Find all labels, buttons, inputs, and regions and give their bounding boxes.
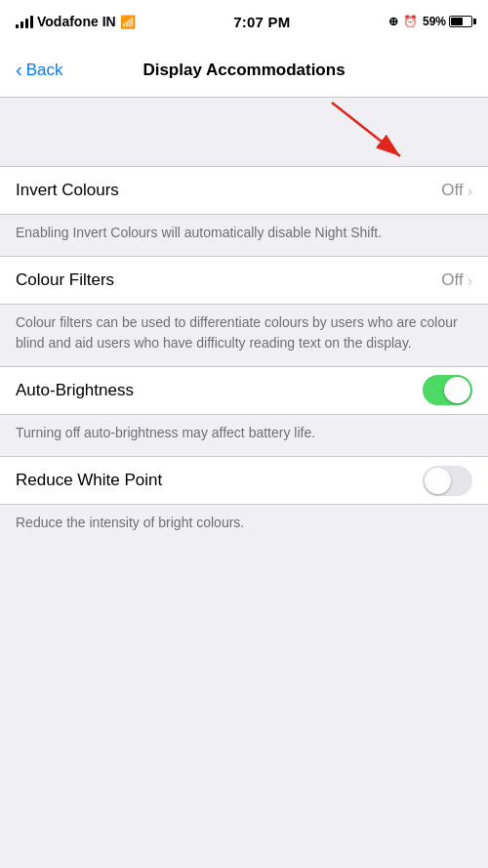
reduce-white-point-toggle-thumb — [425, 468, 451, 494]
reduce-white-point-description: Reduce the intensity of bright colours. — [0, 505, 488, 546]
auto-brightness-label: Auto-Brightness — [16, 381, 134, 400]
invert-colours-chevron-icon: › — [468, 183, 472, 200]
auto-brightness-toggle[interactable] — [423, 375, 472, 405]
back-label: Back — [26, 61, 63, 80]
invert-colours-row[interactable]: Invert Colours Off › — [0, 166, 488, 215]
time-label: 7:07 PM — [233, 14, 290, 30]
signal-bars-icon — [16, 15, 33, 28]
carrier-label: Vodafone IN — [37, 14, 116, 29]
arrow-annotation — [0, 98, 488, 166]
colour-filters-value: Off — [441, 270, 463, 290]
battery-container: 59% — [423, 15, 472, 28]
auto-brightness-description: Turning off auto-brightness may affect b… — [0, 415, 488, 456]
colour-filters-label: Colour Filters — [16, 270, 114, 290]
invert-colours-section: Invert Colours Off › Enabling Invert Col… — [0, 166, 488, 256]
colour-filters-section: Colour Filters Off › Colour filters can … — [0, 256, 488, 366]
location-icon: ⊕ — [388, 15, 398, 28]
auto-brightness-row: Auto-Brightness — [0, 366, 488, 415]
status-bar: Vodafone IN 📶 7:07 PM ⊕ ⏰ 59% — [0, 0, 488, 43]
invert-colours-description: Enabling Invert Colours will automatical… — [0, 215, 488, 256]
back-chevron-icon: ‹ — [16, 59, 22, 81]
reduce-white-point-toggle[interactable] — [423, 466, 472, 496]
colour-filters-right: Off › — [441, 270, 472, 290]
nav-bar: ‹ Back Display Accommodations — [0, 43, 488, 98]
colour-filters-description: Colour filters can be used to differenti… — [0, 305, 488, 366]
invert-colours-right: Off › — [441, 181, 472, 200]
reduce-white-point-row: Reduce White Point — [0, 456, 488, 505]
colour-filters-row[interactable]: Colour Filters Off › — [0, 256, 488, 305]
invert-colours-label: Invert Colours — [16, 181, 119, 200]
battery-fill — [451, 18, 463, 25]
auto-brightness-toggle-thumb — [444, 377, 470, 403]
colour-filters-chevron-icon: › — [468, 272, 472, 290]
wifi-icon: 📶 — [120, 15, 136, 29]
invert-colours-value: Off — [441, 181, 463, 200]
reduce-white-point-section: Reduce White Point Reduce the intensity … — [0, 456, 488, 546]
battery-percent: 59% — [423, 15, 446, 28]
svg-line-1 — [332, 103, 400, 156]
status-left: Vodafone IN 📶 — [16, 14, 136, 29]
alarm-icon: ⏰ — [403, 15, 418, 28]
auto-brightness-section: Auto-Brightness Turning off auto-brightn… — [0, 366, 488, 456]
battery-icon — [449, 16, 472, 27]
reduce-white-point-label: Reduce White Point — [16, 471, 162, 490]
status-right: ⊕ ⏰ 59% — [388, 15, 472, 28]
page-title: Display Accommodations — [142, 61, 345, 80]
annotation-arrow-icon — [312, 98, 429, 166]
back-button[interactable]: ‹ Back — [16, 60, 62, 81]
